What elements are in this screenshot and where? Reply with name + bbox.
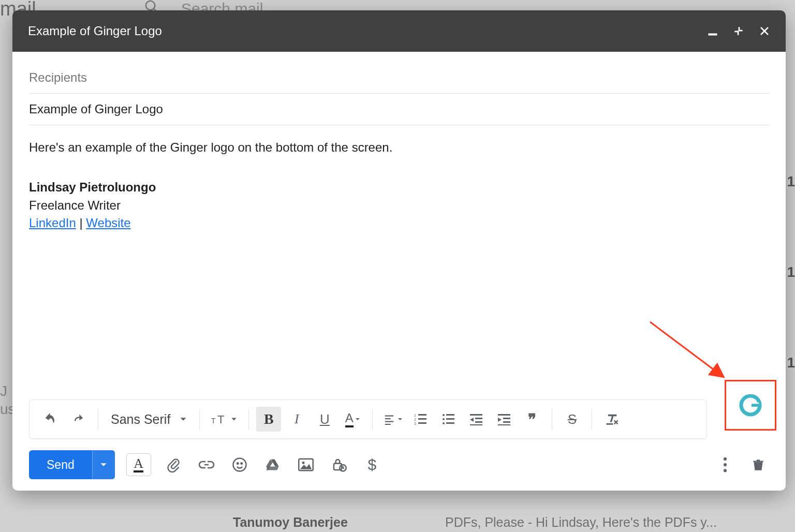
exit-fullscreen-button[interactable] (733, 25, 744, 37)
align-icon (382, 413, 396, 425)
toolbar-divider (592, 409, 592, 430)
text-size-icon: TT (211, 412, 229, 426)
toolbar-divider (372, 409, 373, 430)
text-color-button[interactable]: A (340, 407, 365, 432)
svg-rect-24 (446, 422, 454, 424)
svg-rect-2 (709, 34, 717, 35)
svg-point-38 (241, 463, 242, 464)
bg-time2: 1 (787, 264, 795, 280)
svg-point-20 (443, 418, 445, 420)
more-options-button[interactable] (714, 454, 736, 476)
send-label: Send (29, 450, 92, 479)
indent-more-button[interactable] (492, 407, 517, 432)
close-button[interactable] (759, 25, 770, 37)
svg-rect-17 (418, 418, 426, 420)
remove-format-icon (605, 412, 619, 426)
svg-rect-30 (503, 418, 510, 419)
align-button[interactable] (380, 407, 405, 432)
svg-text:T: T (211, 417, 216, 425)
bg-time1: 1 (787, 173, 795, 190)
bg-sender: Tanumoy Banerjee (233, 515, 348, 530)
font-family-select[interactable]: Sans Serif (106, 412, 192, 427)
insert-money-button[interactable]: $ (361, 454, 383, 476)
svg-point-44 (724, 463, 727, 466)
svg-rect-29 (498, 414, 510, 416)
window-controls (707, 25, 770, 37)
toolbar-divider (248, 409, 249, 430)
ginger-logo-icon[interactable] (739, 393, 762, 417)
signature-link-website[interactable]: Website (86, 216, 130, 230)
indent-more-icon (497, 413, 511, 425)
remove-formatting-button[interactable] (599, 407, 624, 432)
svg-point-45 (724, 469, 727, 472)
svg-rect-22 (446, 414, 454, 416)
font-family-label: Sans Serif (111, 412, 170, 427)
quote-button[interactable]: ❞ (520, 407, 544, 432)
chevron-down-icon (100, 461, 107, 468)
svg-text:1: 1 (414, 413, 416, 417)
compose-titlebar: Example of Ginger Logo (12, 10, 786, 52)
dots-vertical-icon (723, 457, 727, 472)
italic-button[interactable]: I (284, 407, 309, 432)
lock-clock-icon (331, 457, 347, 472)
message-body[interactable]: Here's an example of the Ginger logo on … (29, 125, 769, 400)
svg-rect-47 (753, 461, 763, 462)
compose-content: Recipients Example of Ginger Logo Here's… (12, 52, 786, 400)
signature-role: Freelance Writer (29, 197, 769, 215)
insert-photo-button[interactable] (295, 454, 317, 476)
chevron-down-icon (355, 417, 360, 422)
bg-frag1: J (0, 383, 7, 400)
redo-button[interactable] (66, 407, 91, 432)
bg-time3: 1 (787, 354, 795, 371)
minimize-button[interactable] (707, 25, 718, 37)
chevron-down-icon (231, 416, 237, 422)
svg-rect-26 (475, 418, 482, 419)
underline-button[interactable]: U (312, 407, 337, 432)
toolbar-divider (552, 409, 552, 430)
svg-point-21 (443, 422, 445, 424)
signature-link-linkedin[interactable]: LinkedIn (29, 216, 76, 230)
recipients-field[interactable]: Recipients (29, 62, 769, 94)
bulleted-list-button[interactable] (436, 407, 461, 432)
signature-separator: | (76, 216, 86, 230)
signature-name: Lindsay Pietroluongo (29, 179, 769, 197)
svg-rect-25 (470, 414, 482, 416)
svg-text:3: 3 (414, 422, 416, 425)
bold-button[interactable]: B (256, 407, 281, 432)
chevron-down-icon (398, 417, 403, 422)
svg-point-40 (302, 462, 304, 464)
insert-emoji-button[interactable] (229, 454, 251, 476)
svg-text:T: T (217, 413, 224, 426)
text-color-glyph: A (345, 411, 354, 427)
toolbar-divider (98, 409, 98, 430)
svg-rect-23 (446, 418, 454, 420)
send-button[interactable]: Send (29, 450, 115, 479)
annotation-arrow (645, 317, 738, 384)
compose-action-row: Send A $ (12, 445, 786, 491)
indent-less-button[interactable] (464, 407, 489, 432)
numbered-list-button[interactable]: 123 (408, 407, 433, 432)
attach-file-button[interactable] (163, 454, 184, 476)
confidential-mode-button[interactable] (328, 454, 350, 476)
toggle-formatting-button[interactable]: A (126, 453, 151, 476)
insert-drive-button[interactable] (262, 454, 284, 476)
ginger-callout (725, 380, 776, 431)
discard-draft-button[interactable] (747, 454, 769, 476)
svg-point-0 (146, 1, 155, 10)
insert-link-button[interactable] (196, 454, 217, 476)
indent-less-icon (469, 413, 483, 425)
formatting-toolbar: Sans Serif TT B I U A 123 (29, 400, 707, 439)
svg-rect-18 (418, 422, 426, 424)
subject-field[interactable]: Example of Ginger Logo (29, 94, 769, 125)
svg-point-19 (443, 414, 445, 416)
compose-window: Example of Ginger Logo Recipients Exampl… (12, 10, 786, 491)
send-options-dropdown[interactable] (92, 450, 115, 479)
svg-text:2: 2 (414, 418, 416, 421)
svg-rect-16 (418, 414, 426, 416)
numbered-list-icon: 123 (413, 413, 428, 425)
chevron-down-icon (180, 416, 187, 423)
formatting-glyph: A (134, 457, 143, 472)
undo-button[interactable] (38, 407, 63, 432)
font-size-select[interactable]: TT (207, 412, 241, 426)
strikethrough-button[interactable]: S (560, 407, 584, 432)
